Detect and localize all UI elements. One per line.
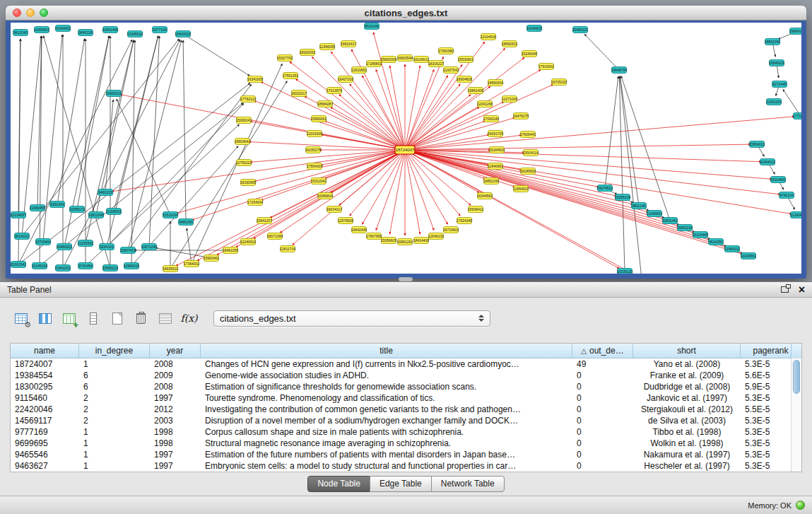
delete-icon[interactable]: [131, 310, 151, 327]
graph-node[interactable]: 12240910: [240, 239, 256, 245]
function-builder-icon[interactable]: [180, 310, 199, 327]
graph-node[interactable]: 12646132: [428, 233, 444, 240]
graph-node[interactable]: 18414406: [413, 238, 429, 244]
graph-node[interactable]: 18185500: [520, 168, 536, 175]
new-document-icon[interactable]: [107, 310, 126, 327]
column-header-year[interactable]: year: [150, 344, 201, 358]
table-row[interactable]: 1872400712008Changes of HCN gene express…: [11, 358, 801, 370]
table-row[interactable]: 911546021997Tourette syndrome. Phenomeno…: [11, 392, 801, 404]
graph-node[interactable]: 17254004: [247, 199, 263, 206]
graph-node[interactable]: 12940991: [488, 163, 503, 170]
graph-node[interactable]: 15699411: [468, 206, 483, 213]
table-row[interactable]: 969969511998Structural magnetic resonanc…: [11, 438, 801, 449]
graph-node[interactable]: 9514210: [15, 233, 30, 240]
vertical-scrollbar[interactable]: [791, 358, 801, 472]
graph-node[interactable]: 18692501: [502, 41, 517, 47]
graph-node[interactable]: 15240046: [522, 51, 537, 57]
graph-node[interactable]: 16051705: [488, 131, 503, 137]
graph-node[interactable]: 21841001: [55, 265, 71, 271]
graph-node[interactable]: 9480265: [179, 219, 194, 226]
graph-node[interactable]: 10240561: [741, 253, 756, 259]
graph-node[interactable]: 12578926: [338, 218, 353, 224]
graph-node[interactable]: 21240465: [790, 212, 801, 218]
graph-node[interactable]: 16116612: [413, 57, 429, 63]
graph-node[interactable]: 9272445: [772, 81, 787, 88]
column-header-title[interactable]: title: [201, 344, 572, 358]
zoom-window-button[interactable]: [40, 8, 48, 17]
table-row[interactable]: 1938455462009Genome-wide association stu…: [11, 370, 801, 381]
memory-status-icon[interactable]: [796, 501, 805, 510]
graph-node[interactable]: 21150562: [78, 240, 93, 247]
table-row[interactable]: 2242004622012Investigating the contribut…: [11, 404, 801, 415]
graph-node[interactable]: 18461055: [223, 247, 238, 254]
graph-node[interactable]: 18584287: [317, 101, 333, 107]
graph-node[interactable]: 21061204: [766, 99, 782, 105]
graph-node[interactable]: 15904114: [523, 150, 539, 156]
graph-node[interactable]: 21240653: [647, 211, 662, 217]
graph-hub-node[interactable]: 18724007: [395, 146, 415, 154]
graph-node[interactable]: 17364002: [184, 261, 199, 267]
graph-node[interactable]: 16476275: [513, 113, 529, 119]
graph-node[interactable]: 10501462: [662, 218, 678, 224]
graph-node[interactable]: 18852199: [483, 178, 499, 185]
graph-node[interactable]: 15312041: [311, 178, 326, 185]
graph-node[interactable]: 20846101: [769, 60, 784, 66]
graph-node[interactable]: 21511004: [163, 212, 178, 218]
tab-node-table[interactable]: Node Table: [307, 476, 370, 492]
graph-node[interactable]: 16344560: [477, 193, 493, 199]
graph-node[interactable]: 17915001: [539, 64, 554, 70]
network-view[interactable]: 1872400715184500160517051700014012041266…: [11, 21, 801, 274]
graph-node[interactable]: 21305001: [106, 209, 122, 215]
graph-node[interactable]: 18550004: [488, 80, 503, 86]
graph-node[interactable]: 16341005: [247, 76, 263, 83]
graph-node[interactable]: 16160955: [240, 180, 256, 186]
graph-node[interactable]: 16961261: [397, 239, 413, 245]
graph-node[interactable]: 17667959: [366, 233, 382, 240]
column-header-out_de[interactable]: △out_de…: [572, 344, 633, 358]
minimize-window-button[interactable]: [26, 8, 35, 17]
graph-node[interactable]: 12104916: [481, 34, 496, 40]
graph-node[interactable]: 10984016: [124, 263, 139, 269]
graph-node[interactable]: 20164002: [55, 25, 71, 32]
graph-node[interactable]: 20560213: [102, 265, 118, 271]
graph-node[interactable]: 16155275: [305, 147, 321, 153]
table-row[interactable]: 946362711997Embryonic stem cells: a mode…: [11, 460, 801, 472]
graph-node[interactable]: 16810417: [341, 41, 356, 47]
graph-node[interactable]: 16705100: [551, 79, 567, 86]
graph-node[interactable]: 17013976: [326, 88, 342, 94]
graph-node[interactable]: 12811704: [280, 246, 295, 252]
graph-node[interactable]: 20120465: [693, 232, 708, 238]
window-titlebar[interactable]: citations_edges.txt: [6, 6, 806, 21]
graph-node[interactable]: 17924349: [457, 218, 472, 224]
graph-node[interactable]: 12954001: [513, 186, 529, 192]
close-panel-icon[interactable]: ×: [799, 285, 805, 295]
add-column-icon[interactable]: [59, 310, 78, 327]
graph-node[interactable]: 20014651: [770, 177, 786, 183]
graph-node[interactable]: 19561040: [765, 39, 780, 45]
graph-node[interactable]: 10671240: [141, 244, 157, 250]
graph-node[interactable]: 20655102: [106, 90, 122, 97]
table-row[interactable]: 1456911722003Disruption of a novel membe…: [11, 415, 801, 426]
table-mode-icon[interactable]: [11, 310, 30, 327]
graph-node[interactable]: 19861406: [468, 88, 483, 94]
graph-node[interactable]: 10460021: [57, 244, 72, 250]
graph-node[interactable]: 17710354: [793, 113, 801, 119]
graph-node[interactable]: 15954010: [749, 141, 765, 148]
import-table-icon[interactable]: [155, 310, 175, 327]
graph-node[interactable]: 21045010: [127, 31, 143, 37]
graph-node[interactable]: 19864101: [789, 28, 801, 35]
graph-node[interactable]: 8531046: [365, 23, 379, 30]
graph-node[interactable]: 16733603: [443, 227, 459, 233]
graph-node[interactable]: 9730454: [78, 263, 93, 269]
graph-node[interactable]: 20643315: [175, 31, 191, 37]
graph-node[interactable]: 19951104: [677, 225, 693, 231]
table-row[interactable]: 1830029562008Estimation of significance …: [11, 381, 801, 392]
graph-node[interactable]: 9460215: [98, 189, 113, 196]
graph-node[interactable]: 21660455: [30, 205, 45, 211]
graph-node[interactable]: 15641207: [257, 218, 272, 224]
graph-node[interactable]: 16935510: [163, 266, 178, 272]
graph-node[interactable]: 21460012: [724, 246, 740, 252]
float-panel-icon[interactable]: [781, 286, 789, 293]
graph-node[interactable]: 20716404: [35, 239, 51, 245]
network-canvas[interactable]: 1872400715184500160517051700014012041266…: [11, 23, 801, 274]
